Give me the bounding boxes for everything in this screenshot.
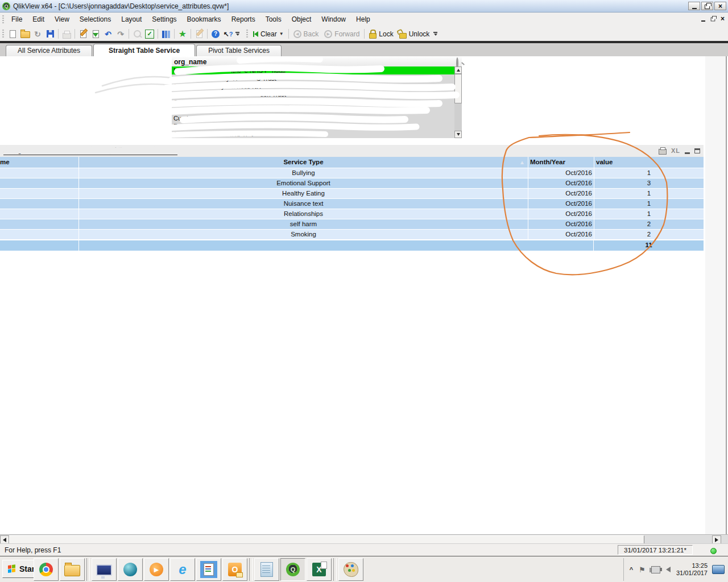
quick-chart-button[interactable] [160, 28, 172, 40]
list-item-selected[interactable]: N ttinghamsh lthc e NHS F ndati [172, 66, 454, 74]
lock-button[interactable]: Lock [366, 30, 396, 39]
search-button[interactable] [131, 28, 143, 40]
menu-reports[interactable]: Reports [226, 13, 260, 27]
save-button[interactable] [44, 28, 56, 40]
taskbar-chrome-button[interactable] [34, 558, 59, 581]
restore-button[interactable] [701, 2, 713, 10]
menu-view[interactable]: View [49, 13, 75, 27]
mdi-minimize-icon[interactable] [701, 20, 705, 22]
menu-layout[interactable]: Layout [116, 13, 147, 27]
list-item[interactable]: C by Services NH [172, 82, 454, 90]
taskbar-clock[interactable]: 13:25 31/01/2017 [676, 562, 708, 577]
scrollbar-thumb[interactable] [454, 74, 462, 103]
value-cell[interactable]: 2 [594, 230, 704, 239]
table-excel-export-icon[interactable]: XL [671, 147, 680, 154]
tray-expand-icon[interactable]: ^ [630, 566, 633, 573]
menu-tools[interactable]: Tools [260, 13, 287, 27]
table-caption[interactable]: N tt gh m r et ncar NHS F nd ti n Trust … [0, 145, 704, 157]
column-header-value[interactable]: value [594, 157, 704, 168]
listbox-scrollbar[interactable] [454, 66, 462, 138]
table-minimize-icon[interactable] [685, 152, 690, 154]
listbox-caption[interactable]: org_name [172, 57, 462, 66]
list-item[interactable]: G s and St Th as NHS Tr t [172, 130, 454, 138]
mdi-close-icon[interactable]: × [721, 15, 725, 22]
scroll-right-button[interactable] [712, 535, 721, 544]
taskbar-notepad-button[interactable] [254, 558, 279, 581]
close-button[interactable]: × [714, 2, 726, 10]
edit-module-button[interactable] [193, 28, 205, 40]
tab-all-service-attributes[interactable]: All Service Attributes [6, 45, 92, 56]
reload-data-button[interactable] [90, 28, 101, 40]
toolbar-overflow-button[interactable] [235, 32, 239, 36]
menu-file[interactable]: File [6, 13, 27, 27]
taskbar-document-button[interactable] [196, 558, 221, 581]
taskbar-ie-button[interactable]: e [170, 558, 195, 581]
taskbar-network-app-button[interactable] [118, 558, 143, 581]
clear-dropdown-icon[interactable]: ▼ [279, 31, 284, 36]
month-year-cell[interactable]: Oct/2016 [528, 199, 594, 209]
month-year-cell[interactable]: Oct/2016 [528, 168, 594, 178]
minimize-button[interactable] [688, 2, 700, 10]
scroll-up-button[interactable] [454, 66, 462, 74]
refresh-button[interactable]: ↻ [32, 28, 43, 40]
whats-this-button[interactable]: ↖? [222, 28, 234, 40]
service-type-cell[interactable]: Smoking [78, 230, 528, 239]
tab-straight-table-service[interactable]: Straight Table Service [93, 44, 195, 57]
menu-settings[interactable]: Settings [147, 13, 181, 27]
column-header-org-name[interactable]: me [0, 157, 78, 168]
show-desktop-button[interactable] [710, 559, 727, 580]
taskbar-paint-button[interactable] [338, 558, 363, 581]
table-maximize-icon[interactable] [694, 148, 700, 153]
scroll-down-button[interactable] [454, 131, 462, 138]
toolbar-grip[interactable] [2, 30, 4, 38]
scroll-left-button[interactable] [0, 535, 9, 544]
edit-script-button[interactable] [77, 28, 89, 40]
menu-selections[interactable]: Selections [75, 13, 116, 27]
column-header-month-year[interactable]: Month/Year [528, 157, 594, 168]
service-type-cell[interactable]: self harm [78, 219, 528, 229]
service-type-cell[interactable]: Emotional Support [78, 178, 528, 188]
taskbar-media-player-button[interactable]: ▶ [144, 558, 169, 581]
month-year-cell[interactable]: Oct/2016 [528, 230, 594, 239]
network-icon[interactable] [651, 566, 660, 573]
unlock-button[interactable]: Unlock [396, 30, 433, 39]
list-item[interactable]: am Community H S Trust [172, 74, 454, 82]
list-item[interactable]: F lth are [172, 122, 454, 130]
value-cell[interactable]: 1 [594, 189, 704, 198]
bookmark-button[interactable]: ★ [177, 28, 188, 40]
value-cell[interactable]: 2 [594, 219, 704, 229]
tab-pivot-table-services[interactable]: Pivot Table Services [196, 45, 282, 56]
value-cell[interactable]: 3 [594, 178, 704, 188]
taskbar-remote-desktop-button[interactable] [92, 558, 117, 581]
menu-edit[interactable]: Edit [27, 13, 49, 27]
clear-button[interactable]: Clear ▼ [250, 30, 287, 38]
new-document-button[interactable] [7, 28, 18, 40]
table-print-icon[interactable] [659, 149, 667, 155]
service-type-cell[interactable]: Relationships [78, 209, 528, 219]
speaker-icon[interactable] [666, 567, 671, 572]
horizontal-scrollbar[interactable] [0, 534, 728, 543]
value-cell[interactable]: 1 [594, 168, 704, 178]
list-item[interactable]: C [172, 106, 454, 114]
scrollbar-thumb[interactable] [9, 535, 644, 544]
toolbar-grip[interactable] [246, 30, 248, 38]
menu-bookmarks[interactable]: Bookmarks [182, 13, 226, 27]
value-cell[interactable]: 1 [594, 199, 704, 209]
list-item[interactable]: Cumbria n Trust [172, 114, 454, 122]
action-center-flag-icon[interactable]: ⚑ [639, 566, 646, 574]
menu-window[interactable]: Window [316, 13, 351, 27]
taskbar-excel-button[interactable]: X [307, 558, 332, 581]
service-type-cell[interactable]: Healthy Eating [78, 189, 528, 198]
taskbar-qlikview-button[interactable]: Q [280, 558, 305, 581]
back-button[interactable]: ◀ Back [291, 30, 322, 38]
list-item[interactable]: Com [172, 98, 454, 106]
list-item[interactable]: tral rel tion Trust [172, 90, 454, 98]
print-button[interactable] [61, 28, 72, 40]
redo-button[interactable]: ↷ [115, 28, 126, 40]
service-type-cell[interactable]: Nuisance text [78, 199, 528, 209]
current-selections-button[interactable]: ✓ [144, 28, 155, 40]
month-year-cell[interactable]: Oct/2016 [528, 209, 594, 219]
taskbar-outlook-button[interactable]: O [222, 558, 247, 581]
forward-button[interactable]: ▶ Forward [321, 30, 362, 38]
toolbar-overflow-button[interactable] [433, 32, 437, 36]
